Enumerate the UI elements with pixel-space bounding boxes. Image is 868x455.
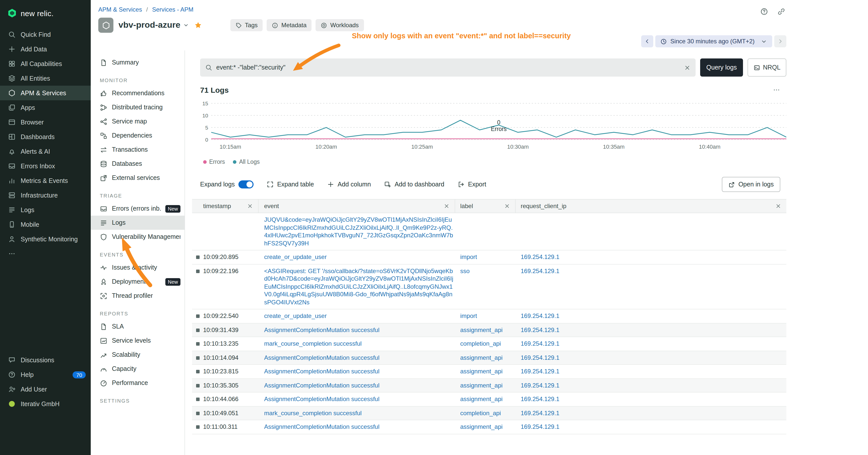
global-nav-item[interactable]: Alerts & AI bbox=[0, 144, 91, 159]
open-in-logs-button[interactable]: Open in logs bbox=[722, 177, 780, 192]
table-row[interactable]: 10:09:22.196 <ASGIRequest: GET '/sso/cal… bbox=[192, 264, 786, 310]
breadcrumb-link-apm-services[interactable]: APM & Services bbox=[98, 6, 142, 13]
cell-event-link[interactable]: create_or_update_user bbox=[264, 254, 327, 260]
cell-request-client-ip-link[interactable]: 169.254.129.1 bbox=[521, 313, 559, 320]
remove-column-icon[interactable] bbox=[247, 203, 253, 209]
remove-column-icon[interactable] bbox=[775, 203, 781, 209]
cell-event-link[interactable]: AssignmentCompletionMutation successful bbox=[264, 395, 379, 402]
cell-event-link[interactable]: AssignmentCompletionMutation successful bbox=[264, 423, 379, 430]
row-expand-handle[interactable] bbox=[196, 342, 199, 346]
entity-pill-button[interactable]: Tags bbox=[230, 19, 263, 31]
row-expand-handle[interactable] bbox=[196, 397, 199, 401]
cell-request-client-ip-link[interactable]: 169.254.129.1 bbox=[521, 267, 559, 274]
table-row[interactable]: 10:09:20.895 create_or_update_user impor… bbox=[192, 251, 786, 264]
log-query-input[interactable] bbox=[216, 64, 684, 71]
cell-event-link[interactable]: AssignmentCompletionMutation successful bbox=[264, 326, 379, 333]
column-header-label[interactable]: label bbox=[460, 202, 473, 209]
cell-event-link[interactable]: AssignmentCompletionMutation successful bbox=[264, 382, 379, 389]
cell-event-link[interactable]: JUQVU&code=eyJraWQiOiJjcGltY29yZV8wOTl1M… bbox=[264, 216, 453, 247]
entity-nav-item[interactable]: Service map bbox=[91, 115, 185, 129]
entity-nav-item[interactable]: External services bbox=[91, 171, 185, 185]
global-nav-item[interactable]: Add Data bbox=[0, 42, 91, 57]
favorite-star-icon[interactable] bbox=[194, 21, 202, 29]
row-expand-handle[interactable] bbox=[196, 315, 199, 318]
entity-nav-item[interactable]: Logs bbox=[91, 216, 185, 230]
table-row[interactable]: JUQVU&code=eyJraWQiOiJjcGltY29yZV8wOTl1M… bbox=[192, 213, 786, 251]
copy-permalink-icon[interactable] bbox=[777, 7, 785, 15]
global-nav-item[interactable]: Browser bbox=[0, 115, 91, 130]
entity-switcher-chevron-icon[interactable] bbox=[183, 22, 189, 28]
global-nav-item[interactable]: Errors Inbox bbox=[0, 159, 91, 173]
cell-label-link[interactable]: assignment_api bbox=[460, 368, 502, 375]
legend-item[interactable]: All Logs bbox=[233, 159, 260, 165]
cell-label-link[interactable]: assignment_api bbox=[460, 423, 502, 430]
entity-nav-item[interactable]: Thread profiler bbox=[91, 289, 185, 303]
export-button[interactable]: Export bbox=[458, 181, 486, 188]
cell-request-client-ip-link[interactable]: 169.254.129.1 bbox=[521, 423, 559, 430]
cell-label-link[interactable]: import bbox=[460, 254, 477, 260]
column-header-request-client-ip[interactable]: request_client_ip bbox=[521, 202, 566, 209]
row-expand-handle[interactable] bbox=[196, 356, 199, 359]
row-expand-handle[interactable] bbox=[196, 370, 199, 373]
global-nav-item[interactable]: Infrastructure bbox=[0, 188, 91, 202]
cell-event-link[interactable]: <ASGIRequest: GET '/sso/callback/?state=… bbox=[264, 267, 453, 305]
entity-pill-button[interactable]: Workloads bbox=[315, 19, 364, 31]
cell-event-link[interactable]: AssignmentCompletionMutation successful bbox=[264, 368, 379, 375]
cell-event-link[interactable]: mark_course_completion successful bbox=[264, 410, 362, 417]
table-row[interactable]: 10:10:23.815 AssignmentCompletionMutatio… bbox=[192, 365, 786, 379]
global-nav-item[interactable]: Synthetic Monitoring bbox=[0, 232, 91, 247]
cell-label-link[interactable]: assignment_api bbox=[460, 382, 502, 389]
table-row[interactable]: 10:09:22.540 create_or_update_user impor… bbox=[192, 310, 786, 323]
entity-nav-item[interactable]: Summary bbox=[91, 56, 185, 69]
entity-pill-button[interactable]: Metadata bbox=[267, 19, 311, 31]
global-nav-item[interactable]: Quick Find bbox=[0, 27, 91, 42]
table-row[interactable]: 10:11:00.311 AssignmentCompletionMutatio… bbox=[192, 420, 786, 434]
global-nav-footer-item[interactable]: Discussions bbox=[0, 353, 91, 367]
expand-table-button[interactable]: Expand table bbox=[267, 181, 314, 188]
entity-nav-item[interactable]: Capacity bbox=[91, 362, 185, 376]
column-header-event[interactable]: event bbox=[264, 202, 279, 209]
column-header-timestamp[interactable]: timestamp bbox=[203, 202, 231, 209]
cell-request-client-ip-link[interactable]: 169.254.129.1 bbox=[521, 354, 559, 361]
row-expand-handle[interactable] bbox=[196, 412, 199, 415]
global-nav-item[interactable]: Mobile bbox=[0, 217, 91, 232]
table-row[interactable]: 10:09:31.439 AssignmentCompletionMutatio… bbox=[192, 323, 786, 337]
table-row[interactable]: 10:10:49.051 mark_course_completion succ… bbox=[192, 407, 786, 420]
row-expand-handle[interactable] bbox=[196, 328, 199, 332]
global-nav-item[interactable]: Dashboards bbox=[0, 130, 91, 144]
row-expand-handle[interactable] bbox=[196, 269, 199, 273]
query-logs-button[interactable]: Query logs bbox=[700, 59, 743, 76]
entity-nav-item[interactable]: Deployments New bbox=[91, 274, 185, 289]
global-nav-item[interactable]: Apps bbox=[0, 100, 91, 115]
cell-request-client-ip-link[interactable]: 169.254.129.1 bbox=[521, 395, 559, 402]
cell-event-link[interactable]: AssignmentCompletionMutation successful bbox=[264, 354, 379, 361]
cell-request-client-ip-link[interactable]: 169.254.129.1 bbox=[521, 326, 559, 333]
time-forward-button[interactable] bbox=[774, 35, 786, 47]
global-nav-footer-item[interactable]: Help 70 bbox=[0, 367, 91, 382]
row-expand-handle[interactable] bbox=[196, 256, 199, 259]
entity-nav-item[interactable]: Databases bbox=[91, 157, 185, 171]
entity-nav-item[interactable]: Errors (errors inb... New bbox=[91, 201, 185, 216]
table-row[interactable]: 10:10:35.305 AssignmentCompletionMutatio… bbox=[192, 379, 786, 392]
remove-column-icon[interactable] bbox=[504, 203, 510, 209]
entity-nav-item[interactable]: Service levels bbox=[91, 333, 185, 348]
cell-label-link[interactable]: import bbox=[460, 313, 477, 320]
cell-request-client-ip-link[interactable]: 169.254.129.1 bbox=[521, 368, 559, 375]
entity-nav-item[interactable]: Recommendations bbox=[91, 86, 185, 100]
global-nav-item[interactable]: Metrics & Events bbox=[0, 173, 91, 188]
cell-request-client-ip-link[interactable]: 169.254.129.1 bbox=[521, 340, 559, 347]
global-nav-item[interactable]: All Entities bbox=[0, 71, 91, 86]
help-icon[interactable] bbox=[760, 7, 768, 15]
row-expand-handle[interactable] bbox=[196, 384, 199, 387]
time-back-button[interactable] bbox=[641, 35, 653, 47]
legend-item[interactable]: Errors bbox=[203, 159, 225, 165]
entity-nav-item[interactable]: Dependencies bbox=[91, 129, 185, 142]
global-nav-item[interactable]: All Capabilities bbox=[0, 57, 91, 71]
entity-nav-item[interactable]: Scalability bbox=[91, 348, 185, 362]
cell-label-link[interactable]: assignment_api bbox=[460, 354, 502, 361]
time-picker[interactable]: Since 30 minutes ago (GMT+2) bbox=[655, 35, 772, 47]
entity-nav-item[interactable]: Distributed tracing bbox=[91, 100, 185, 115]
entity-nav-item[interactable]: SLA bbox=[91, 320, 185, 333]
cell-request-client-ip-link[interactable]: 169.254.129.1 bbox=[521, 382, 559, 389]
cell-event-link[interactable]: mark_course_completion successful bbox=[264, 340, 362, 347]
